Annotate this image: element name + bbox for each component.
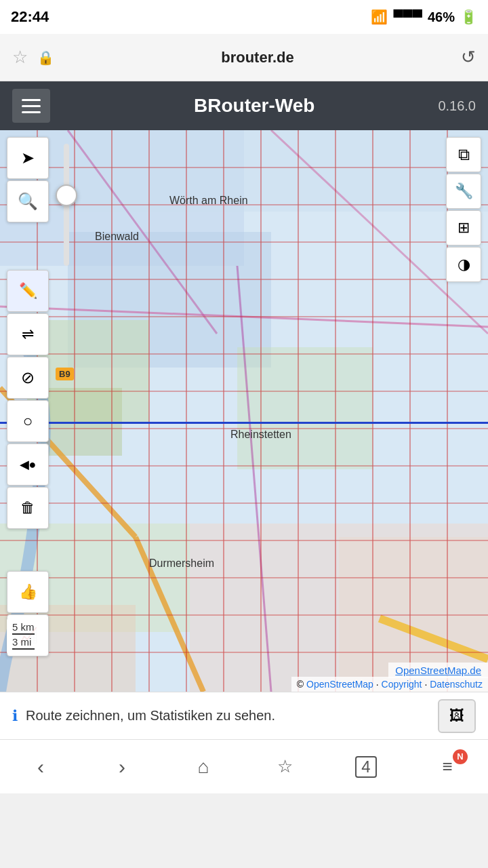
thumbsup-button[interactable]: 👍 (7, 571, 49, 613)
app-version: 0.16.0 (438, 98, 476, 114)
back-icon: ‹ (37, 755, 44, 778)
svg-rect-6 (237, 347, 373, 469)
circle-button[interactable]: ○ (7, 400, 49, 442)
osm-link-text[interactable]: OpenStreetMap (306, 679, 373, 690)
bookmark-button[interactable]: ☆ (258, 747, 312, 787)
info-bar: ℹ Route zeichnen, um Statistiken zu sehe… (0, 692, 488, 739)
forward-button[interactable]: › (95, 747, 149, 787)
zoom-thumb[interactable] (56, 184, 77, 206)
home-button[interactable]: ⌂ (176, 747, 230, 787)
browser-url[interactable]: brouter.de (221, 49, 294, 66)
map-container[interactable]: Wörth am Rhein Bienwald Rheinstetten Dur… (0, 130, 488, 692)
browser-bar: ☆ 🔒 brouter.de ↺ (0, 34, 488, 81)
osm-link[interactable]: OpenStreetMap.de (388, 663, 488, 678)
separator1: · (376, 679, 382, 690)
back-button[interactable]: ‹ (14, 747, 68, 787)
app-title: BRouter-Web (64, 95, 445, 117)
search-button[interactable]: 🔍 (7, 180, 49, 222)
hamburger-line (22, 111, 41, 113)
time: 22:44 (11, 8, 49, 26)
shuffle-button[interactable]: ⇌ (7, 313, 49, 355)
osm-website-link[interactable]: OpenStreetMap.de (395, 665, 481, 676)
map-attribution: © OpenStreetMap · Copyright · Datenschut… (291, 677, 488, 692)
pie-button[interactable]: ◑ (446, 247, 481, 282)
reload-button[interactable]: ↺ (461, 47, 476, 68)
osm-text: © (297, 679, 306, 690)
info-message: Route zeichnen, um Statistiken zu sehen. (26, 708, 430, 724)
signal-icon: ▀▀▀ (393, 9, 422, 25)
right-toolbar: ⧉ 🔧 ⊞ ◑ (446, 137, 481, 282)
scale-mi: 3 mi (12, 636, 35, 650)
scale-km: 5 km (12, 621, 35, 635)
app-header: BRouter-Web 0.16.0 (0, 81, 488, 130)
wifi-icon: 📶 (371, 9, 388, 25)
layers-button[interactable]: ⧉ (446, 137, 481, 172)
cancel-button[interactable]: ⊘ (7, 357, 49, 399)
zoom-slider[interactable] (53, 137, 80, 273)
forward-icon: › (119, 755, 125, 778)
datenschutz-link[interactable]: Datenschutz (430, 679, 483, 690)
scale-bar: 5 km 3 mi (7, 618, 40, 654)
status-bar: 22:44 📶 ▀▀▀ 46% 🔋 (0, 0, 488, 34)
lock-icon: 🔒 (37, 50, 54, 66)
nav-badge: N (453, 749, 468, 764)
location-button[interactable]: ➤ (7, 137, 49, 179)
bookmark-icon: ☆ (277, 756, 293, 777)
favorite-icon[interactable]: ☆ (12, 47, 28, 68)
tabs-count: 4 (361, 757, 370, 776)
left-toolbar: ➤ 🔍 (7, 137, 49, 222)
tabs-button[interactable]: 4 (339, 747, 393, 787)
battery-icon: 🔋 (460, 9, 477, 25)
separator2: · (424, 679, 430, 690)
chart-view-button[interactable]: 🖼 (438, 699, 476, 733)
draw-button[interactable]: ✏️ (7, 270, 49, 312)
delete-button[interactable]: 🗑 (7, 487, 49, 529)
bottom-nav: ‹ › ⌂ ☆ 4 ≡ N (0, 739, 488, 793)
road-marker-b39: B9 (56, 368, 74, 380)
tabs-icon: 4 (355, 756, 377, 778)
nav-menu-button[interactable]: ≡ N (420, 747, 474, 787)
menu-button[interactable] (12, 89, 50, 123)
nav-menu-icon: ≡ (442, 756, 452, 777)
copyright-link[interactable]: Copyright (382, 679, 422, 690)
hamburger-line (22, 105, 41, 107)
left-toolbar-lower: ✏️ ⇌ ⊘ ○ ◀● 🗑 (7, 270, 49, 529)
status-icons: 📶 ▀▀▀ 46% 🔋 (371, 9, 477, 25)
battery-text: 46% (428, 9, 455, 25)
home-icon: ⌂ (198, 756, 209, 778)
badge-label: N (457, 751, 463, 762)
hamburger-line (22, 99, 41, 101)
grid-button[interactable]: ⊞ (446, 210, 481, 245)
settings-button[interactable]: 🔧 (446, 174, 481, 209)
info-icon: ℹ (12, 707, 18, 725)
waypoint-button[interactable]: ◀● (7, 443, 49, 486)
